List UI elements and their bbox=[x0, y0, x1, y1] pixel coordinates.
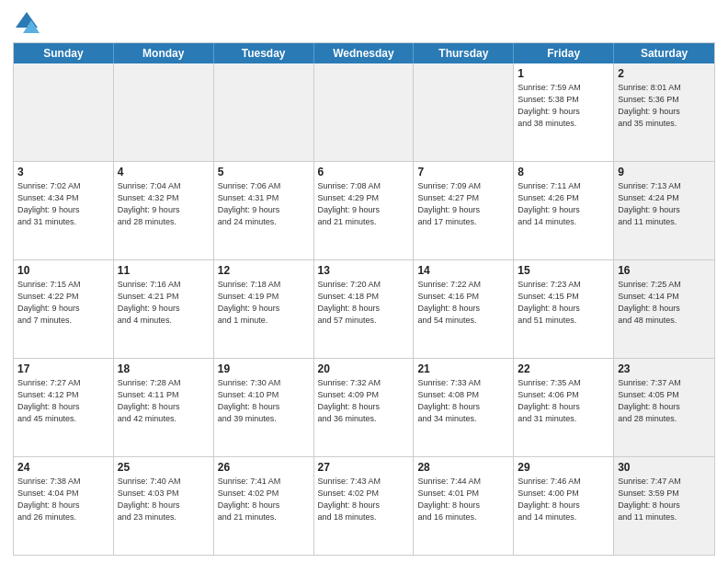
calendar-cell-empty-0-0 bbox=[14, 63, 114, 161]
day-number: 8 bbox=[518, 165, 609, 179]
calendar-cell-21: 21Sunrise: 7:33 AM Sunset: 4:08 PM Dayli… bbox=[414, 359, 514, 456]
calendar-cell-empty-0-3 bbox=[314, 63, 415, 161]
day-info: Sunrise: 7:30 AM Sunset: 4:10 PM Dayligh… bbox=[218, 378, 281, 422]
day-info: Sunrise: 8:01 AM Sunset: 5:36 PM Dayligh… bbox=[618, 83, 681, 127]
calendar-cell-26: 26Sunrise: 7:41 AM Sunset: 4:02 PM Dayli… bbox=[214, 457, 314, 555]
calendar-cell-2: 2Sunrise: 8:01 AM Sunset: 5:36 PM Daylig… bbox=[614, 63, 714, 161]
day-number: 1 bbox=[518, 66, 609, 81]
calendar-cell-24: 24Sunrise: 7:38 AM Sunset: 4:04 PM Dayli… bbox=[14, 457, 114, 555]
calendar-row-3: 17Sunrise: 7:27 AM Sunset: 4:12 PM Dayli… bbox=[14, 358, 714, 456]
day-number: 15 bbox=[518, 263, 609, 278]
header-day-monday: Monday bbox=[114, 43, 214, 63]
header-day-sunday: Sunday bbox=[14, 43, 114, 63]
day-info: Sunrise: 7:15 AM Sunset: 4:22 PM Dayligh… bbox=[17, 280, 81, 324]
day-number: 25 bbox=[118, 460, 210, 475]
day-number: 7 bbox=[417, 165, 509, 179]
calendar-row-2: 10Sunrise: 7:15 AM Sunset: 4:22 PM Dayli… bbox=[14, 259, 714, 358]
day-info: Sunrise: 7:04 AM Sunset: 4:32 PM Dayligh… bbox=[118, 181, 181, 225]
day-info: Sunrise: 7:09 AM Sunset: 4:27 PM Dayligh… bbox=[417, 181, 481, 225]
calendar-cell-14: 14Sunrise: 7:22 AM Sunset: 4:16 PM Dayli… bbox=[414, 260, 514, 358]
calendar-cell-8: 8Sunrise: 7:11 AM Sunset: 4:26 PM Daylig… bbox=[514, 162, 614, 259]
day-info: Sunrise: 7:47 AM Sunset: 3:59 PM Dayligh… bbox=[618, 477, 681, 521]
day-number: 13 bbox=[318, 263, 410, 278]
day-number: 30 bbox=[618, 460, 711, 475]
day-info: Sunrise: 7:13 AM Sunset: 4:24 PM Dayligh… bbox=[618, 181, 681, 225]
day-number: 21 bbox=[417, 362, 509, 376]
day-info: Sunrise: 7:25 AM Sunset: 4:14 PM Dayligh… bbox=[618, 280, 681, 324]
calendar-body: 1Sunrise: 7:59 AM Sunset: 5:38 PM Daylig… bbox=[14, 63, 714, 555]
day-number: 20 bbox=[318, 362, 410, 376]
day-info: Sunrise: 7:20 AM Sunset: 4:18 PM Dayligh… bbox=[318, 280, 381, 324]
calendar-cell-19: 19Sunrise: 7:30 AM Sunset: 4:10 PM Dayli… bbox=[214, 359, 314, 456]
calendar-cell-6: 6Sunrise: 7:08 AM Sunset: 4:29 PM Daylig… bbox=[314, 162, 415, 259]
day-info: Sunrise: 7:27 AM Sunset: 4:12 PM Dayligh… bbox=[17, 378, 81, 422]
day-info: Sunrise: 7:44 AM Sunset: 4:01 PM Dayligh… bbox=[417, 477, 481, 521]
day-info: Sunrise: 7:06 AM Sunset: 4:31 PM Dayligh… bbox=[218, 181, 281, 225]
calendar-cell-empty-0-1 bbox=[114, 63, 214, 161]
calendar-cell-30: 30Sunrise: 7:47 AM Sunset: 3:59 PM Dayli… bbox=[614, 457, 714, 555]
day-number: 27 bbox=[318, 460, 410, 475]
day-number: 28 bbox=[417, 460, 509, 475]
calendar: SundayMondayTuesdayWednesdayThursdayFrid… bbox=[13, 42, 715, 556]
header-day-thursday: Thursday bbox=[414, 43, 514, 63]
calendar-cell-17: 17Sunrise: 7:27 AM Sunset: 4:12 PM Dayli… bbox=[14, 359, 114, 456]
day-number: 5 bbox=[218, 165, 310, 179]
day-number: 4 bbox=[118, 165, 210, 179]
day-number: 24 bbox=[17, 460, 109, 475]
calendar-cell-empty-0-2 bbox=[214, 63, 314, 161]
calendar-cell-18: 18Sunrise: 7:28 AM Sunset: 4:11 PM Dayli… bbox=[114, 359, 214, 456]
day-number: 19 bbox=[218, 362, 310, 376]
header-day-tuesday: Tuesday bbox=[214, 43, 314, 63]
day-info: Sunrise: 7:32 AM Sunset: 4:09 PM Dayligh… bbox=[318, 378, 381, 422]
calendar-cell-27: 27Sunrise: 7:43 AM Sunset: 4:02 PM Dayli… bbox=[314, 457, 415, 555]
day-info: Sunrise: 7:16 AM Sunset: 4:21 PM Dayligh… bbox=[118, 280, 181, 324]
day-number: 2 bbox=[618, 66, 711, 81]
calendar-cell-12: 12Sunrise: 7:18 AM Sunset: 4:19 PM Dayli… bbox=[214, 260, 314, 358]
day-number: 29 bbox=[518, 460, 609, 475]
calendar-cell-16: 16Sunrise: 7:25 AM Sunset: 4:14 PM Dayli… bbox=[614, 260, 714, 358]
calendar-cell-7: 7Sunrise: 7:09 AM Sunset: 4:27 PM Daylig… bbox=[414, 162, 514, 259]
calendar-cell-5: 5Sunrise: 7:06 AM Sunset: 4:31 PM Daylig… bbox=[214, 162, 314, 259]
header bbox=[13, 9, 715, 37]
calendar-cell-4: 4Sunrise: 7:04 AM Sunset: 4:32 PM Daylig… bbox=[114, 162, 214, 259]
calendar-row-4: 24Sunrise: 7:38 AM Sunset: 4:04 PM Dayli… bbox=[14, 456, 714, 555]
day-info: Sunrise: 7:43 AM Sunset: 4:02 PM Dayligh… bbox=[318, 477, 381, 521]
day-info: Sunrise: 7:23 AM Sunset: 4:15 PM Dayligh… bbox=[518, 280, 581, 324]
calendar-cell-15: 15Sunrise: 7:23 AM Sunset: 4:15 PM Dayli… bbox=[514, 260, 614, 358]
page: SundayMondayTuesdayWednesdayThursdayFrid… bbox=[0, 0, 728, 563]
calendar-cell-23: 23Sunrise: 7:37 AM Sunset: 4:05 PM Dayli… bbox=[614, 359, 714, 456]
day-info: Sunrise: 7:37 AM Sunset: 4:05 PM Dayligh… bbox=[618, 378, 681, 422]
day-number: 3 bbox=[17, 165, 109, 179]
calendar-header: SundayMondayTuesdayWednesdayThursdayFrid… bbox=[14, 43, 714, 63]
header-day-saturday: Saturday bbox=[614, 43, 714, 63]
day-info: Sunrise: 7:59 AM Sunset: 5:38 PM Dayligh… bbox=[518, 83, 581, 127]
day-number: 14 bbox=[417, 263, 509, 278]
calendar-cell-28: 28Sunrise: 7:44 AM Sunset: 4:01 PM Dayli… bbox=[414, 457, 514, 555]
logo-icon bbox=[13, 9, 40, 37]
calendar-cell-13: 13Sunrise: 7:20 AM Sunset: 4:18 PM Dayli… bbox=[314, 260, 415, 358]
day-info: Sunrise: 7:02 AM Sunset: 4:34 PM Dayligh… bbox=[17, 181, 81, 225]
header-day-wednesday: Wednesday bbox=[314, 43, 415, 63]
calendar-cell-9: 9Sunrise: 7:13 AM Sunset: 4:24 PM Daylig… bbox=[614, 162, 714, 259]
day-info: Sunrise: 7:38 AM Sunset: 4:04 PM Dayligh… bbox=[17, 477, 81, 521]
day-info: Sunrise: 7:46 AM Sunset: 4:00 PM Dayligh… bbox=[518, 477, 581, 521]
day-info: Sunrise: 7:41 AM Sunset: 4:02 PM Dayligh… bbox=[218, 477, 281, 521]
calendar-cell-3: 3Sunrise: 7:02 AM Sunset: 4:34 PM Daylig… bbox=[14, 162, 114, 259]
day-number: 12 bbox=[218, 263, 310, 278]
calendar-cell-11: 11Sunrise: 7:16 AM Sunset: 4:21 PM Dayli… bbox=[114, 260, 214, 358]
day-number: 16 bbox=[618, 263, 711, 278]
day-info: Sunrise: 7:11 AM Sunset: 4:26 PM Dayligh… bbox=[518, 181, 581, 225]
day-number: 18 bbox=[118, 362, 210, 376]
logo bbox=[13, 9, 44, 37]
calendar-cell-empty-0-4 bbox=[414, 63, 514, 161]
calendar-cell-1: 1Sunrise: 7:59 AM Sunset: 5:38 PM Daylig… bbox=[514, 63, 614, 161]
header-day-friday: Friday bbox=[514, 43, 614, 63]
calendar-row-0: 1Sunrise: 7:59 AM Sunset: 5:38 PM Daylig… bbox=[14, 63, 714, 161]
day-number: 11 bbox=[118, 263, 210, 278]
calendar-cell-20: 20Sunrise: 7:32 AM Sunset: 4:09 PM Dayli… bbox=[314, 359, 415, 456]
day-number: 22 bbox=[518, 362, 609, 376]
day-info: Sunrise: 7:28 AM Sunset: 4:11 PM Dayligh… bbox=[118, 378, 181, 422]
calendar-cell-25: 25Sunrise: 7:40 AM Sunset: 4:03 PM Dayli… bbox=[114, 457, 214, 555]
day-info: Sunrise: 7:18 AM Sunset: 4:19 PM Dayligh… bbox=[218, 280, 281, 324]
day-number: 23 bbox=[618, 362, 711, 376]
